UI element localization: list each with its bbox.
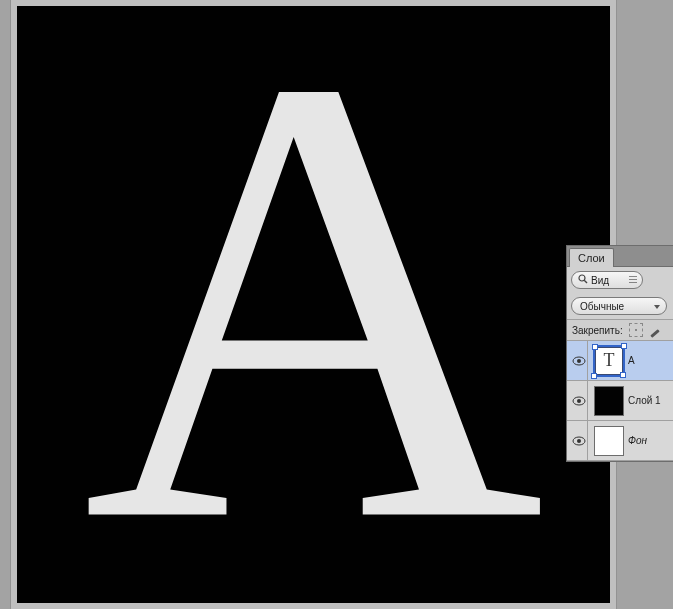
- layer-row[interactable]: Слой 1: [567, 381, 673, 421]
- svg-point-0: [579, 275, 585, 281]
- tab-layers[interactable]: Слои: [569, 248, 614, 267]
- visibility-toggle[interactable]: [570, 421, 588, 460]
- svg-point-7: [577, 439, 581, 443]
- text-layer-content[interactable]: A: [82, 0, 544, 609]
- layer-row[interactable]: Фон: [567, 421, 673, 461]
- blend-mode-row: Обычные: [567, 293, 673, 319]
- layers-panel: Слои Вид Обычные Закрепить: T A: [566, 245, 673, 462]
- layer-thumbnail-text[interactable]: T: [594, 346, 624, 376]
- svg-point-5: [577, 399, 581, 403]
- lock-pixels-icon[interactable]: [649, 323, 663, 337]
- visibility-toggle[interactable]: [570, 381, 588, 420]
- eye-icon: [572, 396, 586, 406]
- svg-point-3: [577, 359, 581, 363]
- layer-name[interactable]: Слой 1: [628, 395, 661, 406]
- layer-name[interactable]: A: [628, 355, 635, 366]
- layers-list: T A Слой 1 Фон: [567, 341, 673, 461]
- layer-row[interactable]: T A: [567, 341, 673, 381]
- magnifier-icon: [578, 274, 588, 286]
- lock-row: Закрепить:: [567, 319, 673, 341]
- visibility-toggle[interactable]: [570, 341, 588, 380]
- canvas-area[interactable]: A: [11, 0, 616, 609]
- document-canvas[interactable]: A: [17, 6, 610, 603]
- eye-icon: [572, 436, 586, 446]
- layer-filter-label: Вид: [591, 275, 609, 286]
- eye-icon: [572, 356, 586, 366]
- lock-transparency-icon[interactable]: [629, 323, 643, 337]
- layer-thumbnail[interactable]: [594, 386, 624, 416]
- layer-name[interactable]: Фон: [628, 435, 647, 446]
- blend-mode-select[interactable]: Обычные: [571, 297, 667, 315]
- layer-thumbnail[interactable]: [594, 426, 624, 456]
- svg-line-1: [584, 280, 587, 283]
- layer-filter-select[interactable]: Вид: [571, 271, 643, 289]
- layer-filter-row: Вид: [567, 267, 673, 293]
- blend-mode-label: Обычные: [580, 301, 624, 312]
- lock-label: Закрепить:: [572, 325, 623, 336]
- panel-tabs: Слои: [567, 246, 673, 267]
